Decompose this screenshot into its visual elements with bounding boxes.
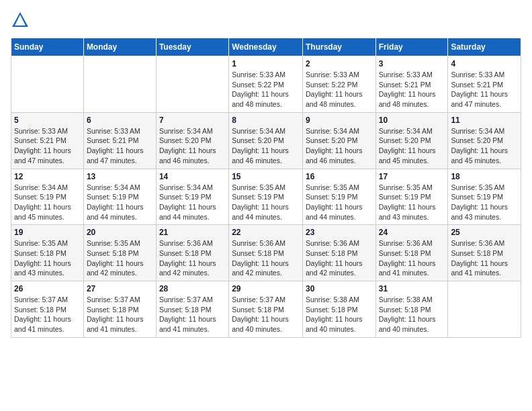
calendar-cell: 27Sunrise: 5:37 AM Sunset: 5:18 PM Dayli…	[83, 281, 156, 338]
day-header-monday: Monday	[83, 38, 156, 56]
day-header-saturday: Saturday	[448, 38, 521, 56]
day-number: 14	[159, 172, 226, 181]
day-number: 25	[451, 228, 518, 237]
day-info: Sunrise: 5:33 AM Sunset: 5:22 PM Dayligh…	[306, 70, 373, 109]
day-info: Sunrise: 5:34 AM Sunset: 5:20 PM Dayligh…	[159, 126, 226, 166]
calendar-cell: 31Sunrise: 5:38 AM Sunset: 5:18 PM Dayli…	[375, 281, 448, 338]
calendar-cell	[156, 56, 228, 113]
day-info: Sunrise: 5:35 AM Sunset: 5:19 PM Dayligh…	[379, 183, 445, 222]
calendar-cell	[83, 56, 156, 113]
day-info: Sunrise: 5:33 AM Sunset: 5:21 PM Dayligh…	[451, 70, 518, 109]
day-info: Sunrise: 5:34 AM Sunset: 5:20 PM Dayligh…	[379, 126, 445, 166]
day-number: 9	[306, 116, 373, 125]
calendar-cell: 5Sunrise: 5:33 AM Sunset: 5:21 PM Daylig…	[11, 112, 84, 169]
calendar-cell: 11Sunrise: 5:34 AM Sunset: 5:20 PM Dayli…	[448, 112, 521, 169]
day-info: Sunrise: 5:35 AM Sunset: 5:19 PM Dayligh…	[451, 183, 518, 222]
day-info: Sunrise: 5:36 AM Sunset: 5:18 PM Dayligh…	[232, 238, 300, 278]
day-number: 20	[87, 228, 153, 237]
calendar-cell: 3Sunrise: 5:33 AM Sunset: 5:21 PM Daylig…	[375, 56, 448, 113]
day-number: 27	[87, 284, 153, 293]
calendar-cell: 14Sunrise: 5:34 AM Sunset: 5:19 PM Dayli…	[156, 169, 228, 225]
day-number: 15	[232, 172, 300, 181]
day-number: 24	[379, 228, 445, 237]
calendar-cell: 1Sunrise: 5:33 AM Sunset: 5:22 PM Daylig…	[229, 56, 303, 113]
calendar-week-row: 1Sunrise: 5:33 AM Sunset: 5:22 PM Daylig…	[11, 56, 521, 113]
calendar-cell: 8Sunrise: 5:34 AM Sunset: 5:20 PM Daylig…	[229, 112, 303, 169]
calendar-cell: 4Sunrise: 5:33 AM Sunset: 5:21 PM Daylig…	[448, 56, 521, 113]
day-info: Sunrise: 5:37 AM Sunset: 5:18 PM Dayligh…	[14, 295, 81, 334]
day-number: 18	[451, 172, 518, 181]
calendar-cell	[448, 281, 521, 338]
day-header-friday: Friday	[375, 38, 448, 56]
calendar-cell: 24Sunrise: 5:36 AM Sunset: 5:18 PM Dayli…	[375, 225, 448, 281]
calendar-cell: 6Sunrise: 5:33 AM Sunset: 5:21 PM Daylig…	[83, 112, 156, 169]
calendar-cell: 28Sunrise: 5:37 AM Sunset: 5:18 PM Dayli…	[156, 281, 228, 338]
calendar-cell: 13Sunrise: 5:34 AM Sunset: 5:19 PM Dayli…	[83, 169, 156, 225]
day-info: Sunrise: 5:36 AM Sunset: 5:18 PM Dayligh…	[379, 238, 445, 278]
calendar-cell: 18Sunrise: 5:35 AM Sunset: 5:19 PM Dayli…	[448, 169, 521, 225]
day-info: Sunrise: 5:34 AM Sunset: 5:20 PM Dayligh…	[451, 126, 518, 166]
day-number: 26	[14, 284, 81, 293]
day-number: 30	[306, 284, 373, 293]
day-header-sunday: Sunday	[11, 38, 84, 56]
day-number: 29	[232, 284, 300, 293]
calendar-cell: 7Sunrise: 5:34 AM Sunset: 5:20 PM Daylig…	[156, 112, 228, 169]
calendar-cell: 16Sunrise: 5:35 AM Sunset: 5:19 PM Dayli…	[302, 169, 375, 225]
day-number: 17	[379, 172, 445, 181]
calendar-week-row: 5Sunrise: 5:33 AM Sunset: 5:21 PM Daylig…	[11, 112, 521, 169]
calendar-cell: 19Sunrise: 5:35 AM Sunset: 5:18 PM Dayli…	[11, 225, 84, 281]
day-info: Sunrise: 5:33 AM Sunset: 5:21 PM Dayligh…	[87, 126, 153, 166]
day-info: Sunrise: 5:34 AM Sunset: 5:20 PM Dayligh…	[232, 126, 300, 166]
day-info: Sunrise: 5:38 AM Sunset: 5:18 PM Dayligh…	[379, 295, 445, 334]
day-info: Sunrise: 5:33 AM Sunset: 5:22 PM Dayligh…	[232, 70, 300, 109]
day-header-thursday: Thursday	[302, 38, 375, 56]
day-number: 2	[306, 59, 373, 68]
day-number: 21	[159, 228, 226, 237]
day-info: Sunrise: 5:35 AM Sunset: 5:18 PM Dayligh…	[14, 238, 81, 278]
day-number: 4	[451, 59, 518, 68]
calendar-cell: 29Sunrise: 5:37 AM Sunset: 5:18 PM Dayli…	[229, 281, 303, 338]
day-info: Sunrise: 5:36 AM Sunset: 5:18 PM Dayligh…	[159, 238, 226, 278]
calendar-week-row: 26Sunrise: 5:37 AM Sunset: 5:18 PM Dayli…	[11, 281, 521, 338]
calendar-cell	[11, 56, 84, 113]
calendar-header-row: SundayMondayTuesdayWednesdayThursdayFrid…	[11, 38, 521, 56]
day-info: Sunrise: 5:35 AM Sunset: 5:19 PM Dayligh…	[232, 183, 300, 222]
day-number: 5	[14, 116, 81, 125]
day-number: 7	[159, 116, 226, 125]
day-header-wednesday: Wednesday	[229, 38, 303, 56]
day-info: Sunrise: 5:34 AM Sunset: 5:20 PM Dayligh…	[306, 126, 373, 166]
calendar-cell: 26Sunrise: 5:37 AM Sunset: 5:18 PM Dayli…	[11, 281, 84, 338]
day-info: Sunrise: 5:34 AM Sunset: 5:19 PM Dayligh…	[159, 183, 226, 222]
day-info: Sunrise: 5:35 AM Sunset: 5:19 PM Dayligh…	[306, 183, 373, 222]
day-info: Sunrise: 5:35 AM Sunset: 5:18 PM Dayligh…	[87, 238, 153, 278]
calendar-cell: 23Sunrise: 5:36 AM Sunset: 5:18 PM Dayli…	[302, 225, 375, 281]
calendar-cell: 22Sunrise: 5:36 AM Sunset: 5:18 PM Dayli…	[229, 225, 303, 281]
calendar-cell: 2Sunrise: 5:33 AM Sunset: 5:22 PM Daylig…	[302, 56, 375, 113]
day-number: 12	[14, 172, 81, 181]
day-number: 16	[306, 172, 373, 181]
calendar-week-row: 19Sunrise: 5:35 AM Sunset: 5:18 PM Dayli…	[11, 225, 521, 281]
day-info: Sunrise: 5:34 AM Sunset: 5:19 PM Dayligh…	[14, 183, 81, 222]
calendar-cell: 10Sunrise: 5:34 AM Sunset: 5:20 PM Dayli…	[375, 112, 448, 169]
day-info: Sunrise: 5:36 AM Sunset: 5:18 PM Dayligh…	[451, 238, 518, 278]
day-number: 11	[451, 116, 518, 125]
calendar-cell: 12Sunrise: 5:34 AM Sunset: 5:19 PM Dayli…	[11, 169, 84, 225]
day-number: 31	[379, 284, 445, 293]
day-info: Sunrise: 5:37 AM Sunset: 5:18 PM Dayligh…	[87, 295, 153, 334]
day-info: Sunrise: 5:33 AM Sunset: 5:21 PM Dayligh…	[14, 126, 81, 166]
day-number: 23	[306, 228, 373, 237]
calendar-cell: 21Sunrise: 5:36 AM Sunset: 5:18 PM Dayli…	[156, 225, 228, 281]
day-number: 10	[379, 116, 445, 125]
day-info: Sunrise: 5:33 AM Sunset: 5:21 PM Dayligh…	[379, 70, 445, 109]
day-number: 22	[232, 228, 300, 237]
calendar-week-row: 12Sunrise: 5:34 AM Sunset: 5:19 PM Dayli…	[11, 169, 521, 225]
calendar-cell: 25Sunrise: 5:36 AM Sunset: 5:18 PM Dayli…	[448, 225, 521, 281]
day-number: 28	[159, 284, 226, 293]
calendar-cell: 15Sunrise: 5:35 AM Sunset: 5:19 PM Dayli…	[229, 169, 303, 225]
day-number: 13	[87, 172, 153, 181]
day-number: 6	[87, 116, 153, 125]
day-number: 1	[232, 59, 300, 68]
day-info: Sunrise: 5:37 AM Sunset: 5:18 PM Dayligh…	[159, 295, 226, 334]
calendar-cell: 17Sunrise: 5:35 AM Sunset: 5:19 PM Dayli…	[375, 169, 448, 225]
logo	[11, 11, 32, 30]
